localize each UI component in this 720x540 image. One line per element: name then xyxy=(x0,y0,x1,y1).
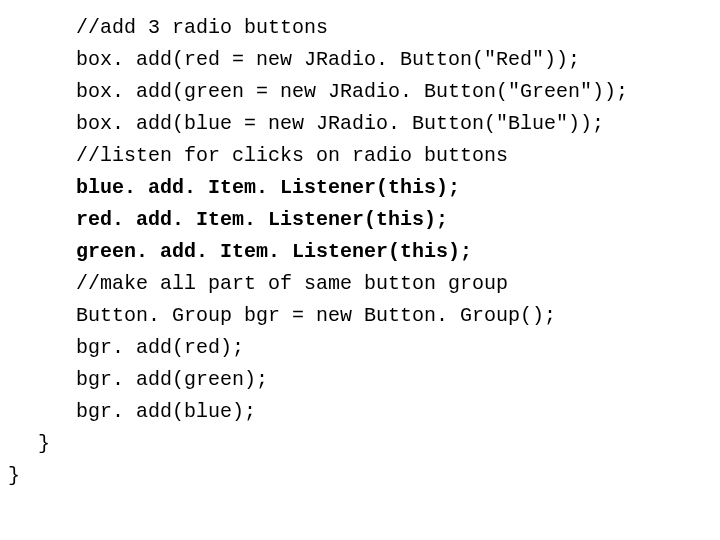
code-line: green. add. Item. Listener(this); xyxy=(0,236,720,268)
code-line: } xyxy=(0,428,720,460)
code-line: //make all part of same button group xyxy=(0,268,720,300)
code-line: box. add(green = new JRadio. Button("Gre… xyxy=(0,76,720,108)
code-block: //add 3 radio buttonsbox. add(red = new … xyxy=(0,0,720,492)
code-line: box. add(blue = new JRadio. Button("Blue… xyxy=(0,108,720,140)
code-line: bgr. add(green); xyxy=(0,364,720,396)
code-line: //add 3 radio buttons xyxy=(0,12,720,44)
code-line: } xyxy=(0,460,720,492)
code-line: //listen for clicks on radio buttons xyxy=(0,140,720,172)
code-line: box. add(red = new JRadio. Button("Red")… xyxy=(0,44,720,76)
code-line: red. add. Item. Listener(this); xyxy=(0,204,720,236)
code-line: blue. add. Item. Listener(this); xyxy=(0,172,720,204)
code-line: bgr. add(blue); xyxy=(0,396,720,428)
code-line: Button. Group bgr = new Button. Group(); xyxy=(0,300,720,332)
code-line: bgr. add(red); xyxy=(0,332,720,364)
